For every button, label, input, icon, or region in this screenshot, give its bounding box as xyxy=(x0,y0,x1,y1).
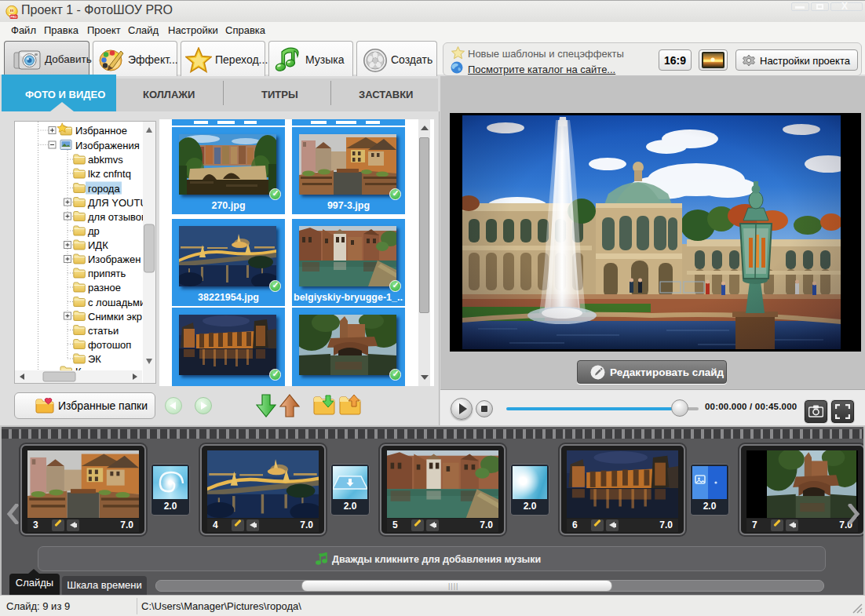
svg-text:др: др xyxy=(88,225,100,237)
svg-text:Избранное: Избранное xyxy=(75,125,127,137)
svg-text:для отзывов: для отзывов xyxy=(88,211,147,223)
svg-text:разное: разное xyxy=(88,282,121,293)
svg-text:PRO: PRO xyxy=(11,16,17,19)
svg-text:ИДК: ИДК xyxy=(88,239,108,251)
svg-text:фотошоп: фотошоп xyxy=(88,339,131,351)
svg-text:lkz cnfntq: lkz cnfntq xyxy=(88,168,131,180)
svg-text:Изображен: Изображен xyxy=(88,253,141,265)
svg-text:ЭК: ЭК xyxy=(88,353,101,365)
svg-text:ДЛЯ YOUTU: ДЛЯ YOUTU xyxy=(88,197,148,209)
svg-text:Снимки экр: Снимки экр xyxy=(88,311,142,323)
svg-text:Изображения: Изображения xyxy=(75,140,140,151)
svg-text:припять: припять xyxy=(88,268,126,279)
svg-text:с лошадьми: с лошадьми xyxy=(88,297,145,308)
svg-text:abkmvs: abkmvs xyxy=(88,154,123,166)
svg-text:статьи: статьи xyxy=(88,325,119,337)
svg-text:города: города xyxy=(88,183,120,195)
